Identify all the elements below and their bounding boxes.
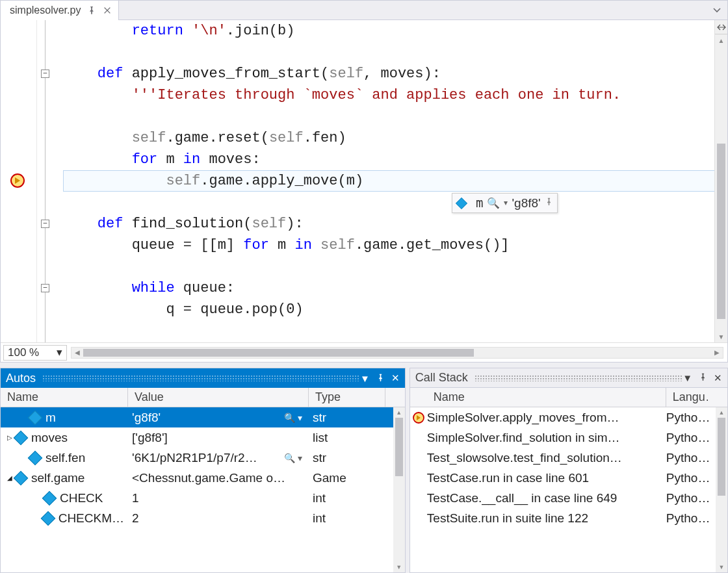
panel-dropdown-icon[interactable]: ▼ [682,372,692,383]
hscrollbar-thumb[interactable] [83,349,474,357]
zoom-value: 100 % [8,346,39,359]
callstack-col-lang[interactable]: Langu… [666,388,708,407]
autos-row[interactable]: ◢self.game<Chessnut.game.Game o…Game [1,468,405,488]
callstack-panel-header[interactable]: Call Stack ▼ ✕ [410,368,727,388]
editor-horizontal-scrollbar[interactable]: ◀ ▶ [71,347,723,359]
scroll-down-icon[interactable]: ▼ [715,331,727,342]
code-line[interactable]: for m in moves: [63,149,261,170]
code-line[interactable]: self.game.apply_move(m) [63,170,363,192]
magnifier-icon[interactable]: 🔍 ▾ [284,413,302,423]
panel-pin-icon[interactable] [699,372,707,383]
gutter [1,20,37,342]
magnifier-icon[interactable]: 🔍 ▾ [284,453,302,463]
autos-row[interactable]: CHECKM…2int [1,508,405,528]
code-line[interactable]: '''Iterates through `moves` and applies … [63,84,621,106]
debug-hover-tooltip[interactable]: m🔍▾'g8f8' [452,193,558,213]
autos-row[interactable]: m'g8f8'🔍 ▾str [1,407,405,427]
editor-body: −−− return '\n'.join(b) def apply_moves_… [1,20,727,342]
row-expander[interactable] [34,494,42,502]
callstack-vertical-scrollbar[interactable]: ▲ ▼ [716,407,727,572]
code-area[interactable]: return '\n'.join(b) def apply_moves_from… [63,20,727,342]
callstack-frame-lang: Pytho… [666,491,710,505]
callstack-row[interactable]: TestSuite.run in suite line 122Pytho… [410,508,727,528]
callstack-row[interactable]: SimpleSolver.apply_moves_from…Pytho… [410,407,727,427]
code-line[interactable]: q = queue.pop(0) [63,299,304,320]
autos-var-value: 1 [132,491,139,505]
magnifier-icon[interactable]: 🔍 [487,192,500,214]
autos-panel-header[interactable]: Autos ▼ ✕ [1,368,405,388]
callstack-row[interactable]: TestCase.__call__ in case line 649Pytho… [410,488,727,508]
tab-strip: simplesolver.py [1,1,727,20]
callstack-row[interactable]: TestCase.run in case line 601Pytho… [410,468,727,488]
autos-vertical-scrollbar[interactable]: ▲ ▼ [393,407,405,572]
code-line[interactable]: def find_solution(self): [63,213,304,235]
split-icon[interactable] [715,20,727,34]
callstack-frame-name: SimpleSolver.apply_moves_from… [427,411,619,424]
scrollbar-thumb[interactable] [718,418,725,496]
autos-title: Autos [6,372,36,385]
scrollbar-thumb[interactable] [395,418,403,476]
autos-row[interactable]: self.fen'6K1/pN2R1P1/p7/r2…🔍 ▾str [1,448,405,468]
scroll-up-icon[interactable]: ▲ [715,34,727,46]
chevron-down-icon[interactable]: ▾ [504,192,508,214]
autos-var-name: CHECKM… [58,511,124,526]
autos-var-name: moves [31,431,68,445]
panel-grip[interactable] [474,375,682,381]
code-line[interactable]: queue = [[m] for m in self.game.get_move… [63,235,510,256]
scroll-down-icon[interactable]: ▼ [393,562,405,572]
callstack-row[interactable]: SimpleSolver.find_solution in sim…Pytho… [410,427,727,448]
row-expander[interactable]: ▷ [6,434,13,441]
panel-dropdown-icon[interactable]: ▼ [360,373,370,384]
autos-col-value[interactable]: Value [128,388,309,407]
variable-icon [28,450,43,465]
tab-overflow-icon[interactable] [712,5,722,15]
autos-var-value: 'g8f8' [132,411,161,425]
variable-icon [42,490,57,505]
autos-col-name[interactable]: Name [1,388,128,407]
editor-vertical-scrollbar[interactable]: ▲ ▼ [714,20,727,342]
code-line[interactable]: return '\n'.join(b) [63,20,294,42]
fold-toggle[interactable]: − [41,284,49,292]
autos-var-type: Game [313,471,346,485]
scroll-up-icon[interactable]: ▲ [716,407,727,418]
row-expander[interactable] [34,515,40,522]
callstack-frame-name: TestCase.__call__ in case line 649 [427,491,618,505]
autos-var-name: self.game [31,471,84,485]
fold-toggle[interactable]: − [41,70,49,78]
hover-var-name: m [476,192,483,214]
autos-col-type[interactable]: Type [309,388,385,407]
code-line[interactable]: self.game.reset(self.fen) [63,127,346,149]
autos-row[interactable]: CHECK1int [1,488,405,508]
scroll-up-icon[interactable]: ▲ [393,407,405,418]
pin-icon[interactable] [545,192,553,214]
panel-close-icon[interactable]: ✕ [714,372,722,384]
autos-var-name: self.fen [46,451,85,465]
autos-var-value: '6K1/pN2R1P1/p7/r2… [132,451,257,465]
scroll-left-icon[interactable]: ◀ [72,348,83,358]
scroll-down-icon[interactable]: ▼ [716,562,727,572]
bottom-panels: Autos ▼ ✕ Name Value Type ▲ ▼ m'g8f8'🔍 ▾… [0,368,728,573]
callstack-row[interactable]: Test_slowsolve.test_find_solution…Pytho… [410,448,727,468]
autos-var-type: int [313,511,326,526]
autos-row[interactable]: ▷moves['g8f8']list [1,427,405,448]
close-tab-icon[interactable] [103,6,112,15]
scroll-right-icon[interactable]: ▶ [711,348,723,358]
autos-grid-header: Name Value Type [1,388,405,407]
pin-icon[interactable] [87,6,96,15]
row-expander[interactable] [20,414,27,421]
row-expander[interactable] [20,454,27,461]
panel-close-icon[interactable]: ✕ [391,372,400,384]
fold-toggle[interactable]: − [41,220,49,228]
code-line[interactable]: while queue: [63,277,235,299]
panel-grip[interactable] [42,375,360,381]
panel-pin-icon[interactable] [376,373,385,384]
current-statement-icon[interactable] [10,173,25,188]
autos-var-type: str [313,451,326,465]
file-tab[interactable]: simplesolver.py [1,1,119,20]
code-line[interactable]: def apply_moves_from_start(self, moves): [63,63,441,84]
row-expander[interactable]: ◢ [6,474,13,481]
zoom-combobox[interactable]: 100 % ▾ [3,345,67,361]
scrollbar-thumb[interactable] [717,144,725,319]
file-tab-label: simplesolver.py [10,5,81,16]
callstack-col-name[interactable]: Name [427,388,666,407]
